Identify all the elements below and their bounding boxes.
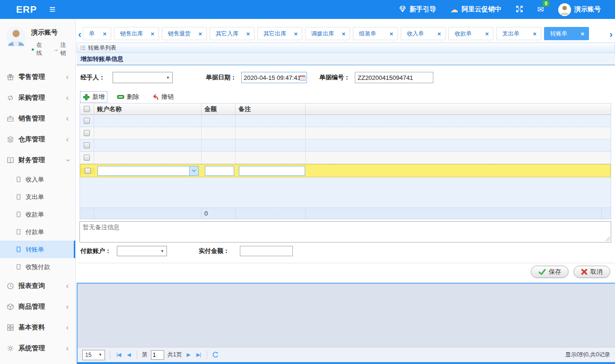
sidebar-group-reports[interactable]: 报表查询 ‹	[0, 276, 75, 296]
column-header-amount[interactable]: 金额	[202, 104, 236, 114]
topbar: ERP ≡ 新手引导 ☁ 阿里云促销中 ✉ 0 演示账号	[0, 0, 615, 19]
tab-item-active[interactable]: 转账单×	[544, 27, 589, 40]
tab-item[interactable]: 调拨出库×	[305, 27, 350, 40]
divider	[207, 351, 207, 359]
save-button[interactable]: 保存	[531, 266, 569, 278]
sidebar-sub-receipt[interactable]: 收款单	[0, 206, 75, 223]
chevron-left-icon: ‹	[66, 135, 69, 144]
table-row[interactable]	[80, 127, 611, 139]
chevron-down-icon: ‹	[63, 159, 71, 161]
payment-account-select[interactable]: ▼	[117, 246, 167, 256]
select-all-checkbox[interactable]	[84, 106, 90, 112]
sidebar-group-finance[interactable]: 财务管理 ‹	[0, 150, 75, 171]
page-size-select[interactable]: 15 ▼	[82, 350, 105, 360]
undo-button[interactable]: 撤销	[149, 92, 176, 102]
next-page-icon[interactable]: ▶	[185, 352, 191, 358]
sidebar-group-retail[interactable]: 零售管理 ‹	[0, 67, 75, 87]
tab-item[interactable]: 销售退货×	[162, 27, 207, 40]
sidebar-group-sales[interactable]: 销售管理 ‹	[0, 108, 75, 129]
row-checkbox[interactable]	[84, 142, 90, 148]
date-field[interactable]	[241, 72, 307, 83]
caret-down-icon: ▼	[98, 353, 102, 357]
account-name-combobox[interactable]	[97, 166, 199, 176]
close-icon[interactable]: ×	[294, 31, 298, 37]
note-input[interactable]	[239, 166, 305, 176]
sidebar-sub-transfer[interactable]: 转账单	[0, 241, 75, 258]
combo-chevron-icon[interactable]	[189, 166, 198, 175]
close-icon[interactable]: ×	[389, 31, 393, 37]
paid-amount-input[interactable]	[240, 246, 293, 256]
close-icon[interactable]: ×	[103, 31, 106, 37]
close-icon[interactable]: ×	[580, 31, 584, 37]
sidebar-sub-expense[interactable]: 支出单	[0, 188, 75, 206]
empty-result-area	[78, 284, 615, 347]
first-page-icon[interactable]: |◀	[115, 352, 122, 358]
table-row[interactable]	[80, 115, 611, 127]
tab-item[interactable]: 支出单×	[496, 27, 541, 40]
close-icon[interactable]: ×	[198, 31, 202, 37]
doc-number-input[interactable]	[355, 72, 433, 83]
messages-button[interactable]: ✉ 0	[537, 5, 544, 15]
aliyun-promo-link[interactable]: ☁ 阿里云促销中	[450, 5, 501, 15]
tab-item[interactable]: 其它出库×	[257, 27, 302, 40]
row-checkbox[interactable]	[84, 155, 90, 161]
row-checkbox[interactable]	[84, 118, 90, 124]
sidebar-group-warehouse[interactable]: 仓库管理 ‹	[0, 129, 75, 150]
table-row[interactable]	[80, 152, 611, 164]
table-row[interactable]	[80, 139, 611, 152]
amount-input[interactable]	[205, 166, 234, 176]
add-row-button[interactable]: 新增	[80, 92, 107, 102]
sidebar-sub-prepaid[interactable]: 收预付款	[0, 258, 75, 276]
last-page-icon[interactable]: ▶|	[195, 352, 202, 358]
close-icon[interactable]: ×	[342, 31, 345, 37]
sidebar-group-purchase[interactable]: 采购管理 ‹	[0, 87, 75, 108]
newbie-guide-link[interactable]: 新手引导	[399, 5, 436, 14]
sidebar-group-basic[interactable]: 基本资料 ‹	[0, 317, 75, 338]
delete-row-button[interactable]: 删除	[114, 92, 141, 102]
tabs-scroll-left-icon[interactable]: ‹	[77, 28, 83, 40]
tab-item[interactable]: 收入单×	[401, 27, 446, 40]
gift-icon	[7, 73, 14, 81]
close-icon[interactable]: ×	[485, 31, 489, 37]
tab-item[interactable]: 单×	[83, 27, 111, 40]
pagination-bar: 15 ▼ |◀ ◀ 第 共1页 ▶ ▶| 显示0到0,共0记录	[78, 347, 615, 362]
sidebar-group-system[interactable]: 系统管理 ‹	[0, 338, 75, 359]
tab-item[interactable]: 收款单×	[448, 27, 493, 40]
doc-icon	[15, 176, 22, 183]
row-checkbox[interactable]	[85, 168, 91, 174]
sidebar-group-products[interactable]: 商品管理 ‹	[0, 296, 75, 317]
chevron-left-icon: ‹	[66, 303, 69, 311]
cancel-button[interactable]: 取消	[573, 266, 610, 278]
sidebar-sub-income[interactable]: 收入单	[0, 171, 75, 188]
handler-select[interactable]: ▼	[113, 72, 173, 83]
logout-button[interactable]: → 注销	[53, 41, 71, 57]
column-header-account[interactable]: 账户名称	[94, 104, 202, 114]
plus-icon	[83, 94, 90, 101]
divider	[77, 263, 615, 263]
close-icon[interactable]: ×	[533, 31, 536, 37]
table-row-editing[interactable]	[80, 164, 611, 177]
column-header-note[interactable]: 备注	[236, 104, 306, 114]
hamburger-icon[interactable]: ≡	[49, 4, 55, 15]
chevron-left-icon: ‹	[66, 282, 69, 290]
fullscreen-button[interactable]	[516, 5, 523, 14]
close-icon[interactable]: ×	[246, 31, 250, 37]
remark-textarea[interactable]	[79, 221, 611, 243]
close-icon[interactable]: ×	[150, 31, 154, 37]
close-icon[interactable]: ×	[437, 31, 441, 37]
calendar-icon[interactable]	[299, 75, 306, 81]
tab-item[interactable]: 其它入库×	[210, 27, 255, 40]
tab-item[interactable]: 销售出库×	[114, 27, 159, 40]
refresh-icon[interactable]	[212, 351, 219, 358]
message-count-badge: 0	[543, 0, 549, 7]
prev-page-icon[interactable]: ◀	[125, 352, 132, 358]
sidebar-sub-payment[interactable]: 付款单	[0, 223, 75, 241]
page-number-input[interactable]	[151, 350, 164, 360]
account-menu[interactable]: 演示账号	[558, 3, 601, 16]
logout-label: 注销	[60, 41, 71, 57]
doc-number-label: 单据编号：	[319, 73, 350, 82]
row-checkbox[interactable]	[84, 130, 90, 136]
tab-item[interactable]: 组装单×	[353, 27, 398, 40]
tabs-scroll-right-icon[interactable]: ›	[608, 28, 614, 40]
date-input[interactable]	[244, 74, 299, 81]
